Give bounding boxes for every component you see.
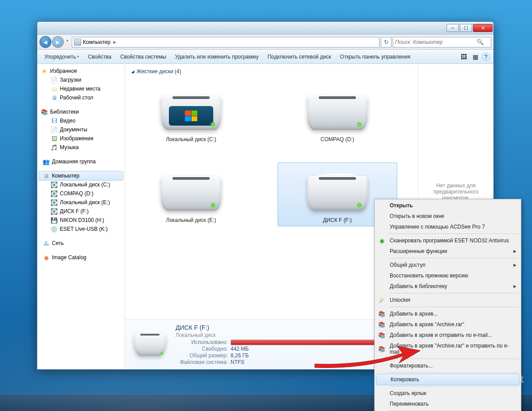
context-menu-separator [389, 359, 519, 359]
organize-button[interactable]: Упорядочить▾ [40, 51, 83, 63]
context-menu-item[interactable]: Добавить в библиотеку▶ [376, 281, 520, 292]
music-icon: 🎵 [51, 144, 58, 151]
context-menu-item[interactable]: Расширенные функции▶ [376, 246, 520, 257]
maximize-button[interactable]: ☐ [460, 24, 472, 32]
context-menu-item-icon: 📚 [378, 310, 385, 317]
context-menu-item[interactable]: 📚Добавить в архив "Archive.rar" [376, 319, 520, 330]
submenu-arrow-icon: ▶ [513, 263, 516, 267]
context-menu-item-icon: 📚 [378, 321, 385, 328]
context-menu-item[interactable]: 📚Добавить в архив "Archive.rar" и отправ… [376, 340, 520, 357]
breadcrumb-item[interactable]: Компьютер [83, 39, 110, 45]
context-menu-separator [389, 307, 519, 307]
navigation-pane[interactable]: ★Избранное 📄Загрузки 🗂Недавние места 🖥Ра… [37, 64, 125, 369]
drive-icon: 💾 [51, 217, 58, 224]
context-menu-separator [389, 258, 519, 258]
homegroup-icon: 👥 [43, 158, 50, 165]
sidebar-drive-c[interactable]: 💽Локальный диск (C:) [37, 180, 125, 189]
control-panel-button[interactable]: Открыть панель управления [336, 51, 415, 63]
sidebar-item-music[interactable]: 🎵Музыка [37, 143, 125, 152]
system-properties-button[interactable]: Свойства системы [116, 51, 171, 63]
context-menu-item[interactable]: 📚Добавить в архив и отправить по e-mail.… [376, 330, 520, 340]
star-icon: ★ [41, 67, 48, 75]
libraries-icon: 📚 [41, 108, 48, 115]
sidebar-drive-h[interactable]: 💾NIKON D3100 (H:) [37, 216, 125, 225]
context-menu-separator [389, 233, 519, 234]
context-menu-separator [389, 293, 519, 293]
sidebar-libraries-header[interactable]: 📚Библиотеки [37, 107, 125, 116]
close-button[interactable]: ✕ [473, 24, 493, 32]
context-menu-item-label: Восстановить прежнюю версию [390, 273, 468, 279]
context-menu-item-label: Общий доступ [390, 262, 426, 268]
context-menu-item[interactable]: Открыть [376, 200, 520, 211]
context-menu-item[interactable]: Открыть в новом окне [376, 211, 520, 221]
context-menu-item[interactable]: Создать ярлык [376, 388, 520, 399]
properties-button[interactable]: Свойства [83, 51, 116, 63]
help-button-icon[interactable]: ? [482, 53, 490, 61]
context-menu-item[interactable]: ◉Сканировать программой ESET NOD32 Antiv… [376, 235, 520, 246]
drive-icon [302, 85, 373, 134]
sidebar-computer-header[interactable]: 🖥Компьютер [39, 171, 123, 181]
context-menu-item-icon: 📚 [378, 332, 385, 339]
minimize-button[interactable]: ─ [446, 24, 459, 32]
sidebar-item-pictures[interactable]: 🖼Изображения [37, 134, 125, 143]
context-menu-item-icon: ◉ [378, 237, 385, 244]
sidebar-favorites-header[interactable]: ★Избранное [37, 67, 125, 75]
drive-tile-d[interactable]: COMPAQ (D:) [278, 82, 397, 146]
view-mode-button[interactable]: 🖼 [459, 52, 469, 62]
back-button[interactable]: ◄ [39, 36, 51, 48]
total-label: Общий размер: [176, 352, 228, 359]
sidebar-network[interactable]: 🖧Сеть [37, 239, 125, 248]
context-menu-item[interactable]: Общий доступ▶ [376, 260, 520, 270]
sidebar-drive-e[interactable]: 💽Локальный диск (E:) [37, 198, 125, 207]
nav-history-dropdown[interactable]: ▾ [64, 36, 70, 45]
network-icon: 🖧 [43, 240, 50, 247]
preview-pane-button[interactable]: ▦ [470, 52, 480, 62]
picture-icon: 🖼 [51, 135, 58, 142]
sidebar-item-desktop[interactable]: 🖥Рабочий стол [37, 93, 125, 102]
uninstall-button[interactable]: Удалить или изменить программу [171, 51, 263, 63]
drive-icon [156, 85, 227, 134]
context-menu-item[interactable]: 🪄Unlocker [376, 295, 520, 305]
submenu-arrow-icon: ▶ [513, 284, 516, 288]
sidebar-item-downloads[interactable]: 📄Загрузки [37, 75, 125, 84]
forward-button[interactable]: ► [52, 36, 64, 48]
computer-icon [74, 39, 81, 46]
sidebar-homegroup[interactable]: 👥Домашняя группа [37, 157, 125, 166]
group-header-hdd[interactable]: ◢Жесткие диски (4) [131, 68, 412, 75]
context-menu-item-label: Добавить в архив... [390, 311, 438, 317]
sidebar-item-recent[interactable]: 🗂Недавние места [37, 84, 125, 93]
drive-icon [132, 330, 168, 359]
sidebar-image-catalog[interactable]: ◉Image Catalog [37, 253, 125, 262]
breadcrumb-separator[interactable]: ► [112, 39, 117, 45]
sidebar-drive-k[interactable]: 💿ESET Live-USB (K:) [37, 225, 125, 233]
command-bar: Упорядочить▾ Свойства Свойства системы У… [37, 50, 493, 64]
drive-tile-c[interactable]: Локальный диск (C:) [131, 82, 251, 146]
folder-icon: 🗂 [51, 85, 58, 92]
context-menu-item-label: Добавить в библиотеку [390, 283, 447, 289]
context-menu-item[interactable]: Управление с помощью ACDSee Pro 7 [376, 221, 520, 232]
address-bar[interactable]: Компьютер ► [72, 37, 379, 47]
context-menu[interactable]: ОткрытьОткрыть в новом окнеУправление с … [374, 199, 521, 411]
sidebar-item-videos[interactable]: 🎞Видео [37, 116, 125, 125]
total-value: 8,26 ГБ [231, 352, 249, 359]
search-input[interactable] [395, 39, 475, 45]
refresh-button[interactable]: ↻ [381, 37, 391, 47]
context-menu-item[interactable]: 📚Добавить в архив... [376, 308, 520, 319]
context-menu-item[interactable]: Форматировать... [376, 360, 520, 371]
folder-icon: 📄 [51, 76, 58, 83]
sidebar-item-documents[interactable]: 📄Документы [37, 125, 125, 134]
context-menu-separator [389, 386, 519, 387]
sidebar-drive-f[interactable]: 💽ДИСК F (F:) [37, 207, 125, 216]
titlebar: ─ ☐ ✕ [37, 22, 493, 35]
context-menu-item[interactable]: Переименовать [376, 399, 520, 409]
drive-icon: 💽 [51, 181, 58, 188]
context-menu-item-label: Форматировать... [390, 363, 433, 369]
search-box[interactable]: 🔍 [393, 37, 491, 47]
context-menu-item[interactable]: Копировать [376, 374, 520, 385]
context-menu-item-label: Копировать [391, 376, 419, 383]
drive-tile-e[interactable]: Локальный диск (E:) [131, 162, 251, 226]
context-menu-item-label: Unlocker [390, 297, 411, 303]
context-menu-item[interactable]: Восстановить прежнюю версию [376, 270, 520, 281]
map-drive-button[interactable]: Подключить сетевой диск [263, 51, 335, 63]
sidebar-drive-d[interactable]: 💽COMPAQ (D:) [37, 189, 125, 198]
